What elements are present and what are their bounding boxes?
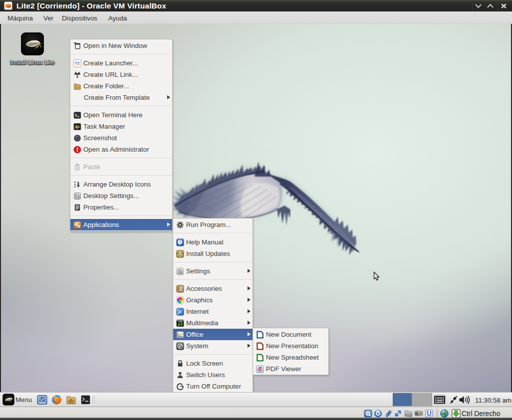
svg-text:?: ? — [179, 239, 181, 244]
